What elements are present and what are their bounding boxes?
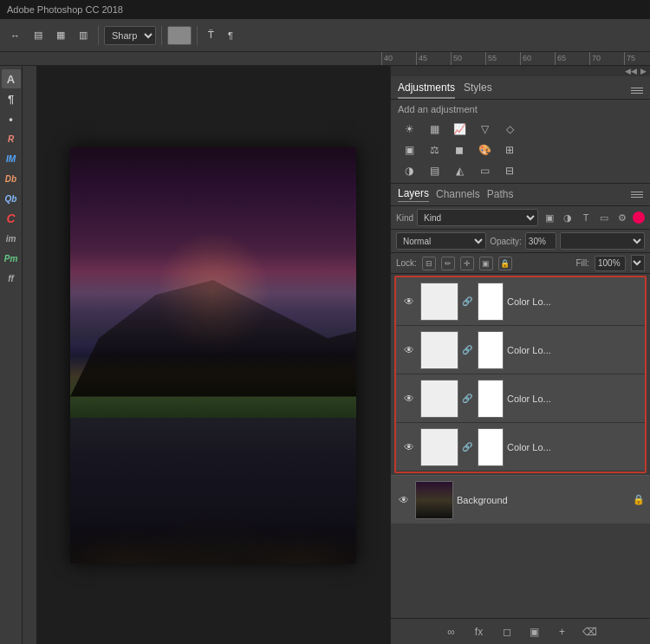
filter-smart-btn[interactable]: ⚙ <box>614 210 630 225</box>
move-tool-btn[interactable]: ↔ <box>5 28 25 43</box>
tool-pm[interactable]: Pm <box>2 249 21 268</box>
panel-collapse-left[interactable]: ◀◀ <box>625 67 637 75</box>
layer-2-chain[interactable]: 🔗 <box>462 345 472 355</box>
new-layer-btn[interactable]: + <box>553 622 572 641</box>
panel-bottom: ∞ fx ◻ ▣ + ⌫ <box>391 618 650 644</box>
opacity-input[interactable] <box>525 232 556 250</box>
tool-c[interactable]: C <box>2 209 21 228</box>
adj-selectivecolor-btn[interactable]: ⊟ <box>498 161 521 180</box>
layer-3-chain[interactable]: 🔗 <box>462 394 472 403</box>
align-icon-btn[interactable]: ▤ <box>29 27 48 43</box>
lock-transparent-btn[interactable]: ⊟ <box>422 257 436 270</box>
adj-photofilter-btn[interactable]: 🎨 <box>473 140 496 159</box>
layer-1-chain[interactable]: 🔗 <box>462 296 472 306</box>
create-group-btn[interactable]: ▣ <box>525 622 544 641</box>
layers-filter-row: Kind Kind ▣ ◑ T ▭ ⚙ <box>391 206 650 230</box>
vertical-ruler <box>23 66 36 644</box>
adj-bw-btn[interactable]: ◼ <box>448 140 471 159</box>
opacity-dropdown[interactable] <box>560 232 645 250</box>
layer-item-2[interactable]: 👁 🔗 Color Lo... <box>396 326 645 374</box>
kind-select[interactable]: Kind <box>417 209 538 226</box>
layer-item-3[interactable]: 👁 🔗 Color Lo... <box>396 374 645 423</box>
toolbar-divider-1 <box>98 26 99 45</box>
filter-type-btn[interactable]: T <box>578 210 594 225</box>
adj-levels-btn[interactable]: ▦ <box>423 120 445 139</box>
add-mask-btn[interactable]: ◻ <box>497 622 517 641</box>
layer-2-visibility[interactable]: 👁 <box>401 342 417 358</box>
align-center-icon: ▦ <box>56 29 65 41</box>
adj-brightness-btn[interactable]: ☀ <box>398 120 420 139</box>
adj-hsl-btn[interactable]: ▣ <box>398 140 420 159</box>
lock-label: Lock: <box>396 258 417 268</box>
ruler-ticks: 40 45 50 55 60 65 70 75 80 <box>381 52 650 65</box>
filter-toggle[interactable] <box>633 211 645 224</box>
filter-adj-btn[interactable]: ◑ <box>560 210 575 225</box>
layers-menu-btn[interactable] <box>631 192 643 198</box>
lock-artboard-btn[interactable]: ▣ <box>479 257 493 270</box>
adj-channel-mixer-btn[interactable]: ⊞ <box>498 140 521 159</box>
lock-move-btn[interactable]: ✛ <box>460 257 474 270</box>
layer-item-4[interactable]: 👁 🔗 Color Lo... <box>396 423 645 472</box>
app-title: Adobe Photoshop CC 2018 <box>7 4 123 15</box>
tool-r-pro[interactable]: R <box>2 129 21 148</box>
delete-layer-btn[interactable]: ⌫ <box>581 622 600 641</box>
adj-gradient-btn[interactable]: ▭ <box>473 161 496 180</box>
blend-mode-select[interactable]: Normal <box>396 232 486 250</box>
add-style-btn[interactable]: fx <box>470 622 489 641</box>
tool-paragraph[interactable]: ¶ <box>2 89 21 108</box>
adj-exposure-btn[interactable]: ▽ <box>473 120 496 139</box>
tab-channels[interactable]: Channels <box>436 188 480 202</box>
lock-paint-btn[interactable]: ✏ <box>441 257 455 270</box>
menu-line-3 <box>631 197 643 198</box>
ruler-tick-55: 55 <box>485 52 520 65</box>
bg-visibility[interactable]: 👁 <box>396 492 412 508</box>
horizontal-ruler: 40 45 50 55 60 65 70 75 80 <box>0 52 650 66</box>
align-right-btn[interactable]: ▥ <box>74 27 93 43</box>
tab-styles[interactable]: Styles <box>464 81 492 99</box>
layers-list: 👁 🔗 Color Lo... 👁 🔗 Color Lo... <box>391 274 650 618</box>
filter-shape-btn[interactable]: ▭ <box>596 210 612 225</box>
menu-line-2 <box>631 194 643 195</box>
interpolation-select[interactable]: Sharp <box>104 26 156 45</box>
layer-4-chain[interactable]: 🔗 <box>462 442 472 452</box>
tool-move[interactable]: A <box>2 69 21 88</box>
layer-1-visibility[interactable]: 👁 <box>401 294 417 309</box>
tool-im2[interactable]: im <box>2 229 21 248</box>
filter-pixel-btn[interactable]: ▣ <box>542 210 557 225</box>
tool-db[interactable]: Db <box>2 169 21 188</box>
fill-input[interactable] <box>595 256 626 271</box>
adj-posterize-btn[interactable]: ▤ <box>423 161 445 180</box>
tab-layers[interactable]: Layers <box>398 187 429 202</box>
tab-paths[interactable]: Paths <box>487 188 514 202</box>
link-layers-btn[interactable]: ∞ <box>442 622 461 641</box>
adj-colorbalance-btn[interactable]: ⚖ <box>423 140 445 159</box>
adj-row-2: ▣ ⚖ ◼ 🎨 ⊞ <box>398 140 643 159</box>
mask-icon: ◻ <box>503 626 511 638</box>
adj-vibrance-btn[interactable]: ◇ <box>498 120 521 139</box>
lock-all-btn[interactable]: 🔒 <box>498 257 512 270</box>
layers-panel: Layers Channels Paths Kind Kind <box>391 184 650 644</box>
adjustments-panel: Adjustments Styles Add an adjustment ☀ ▦… <box>391 76 650 184</box>
tool-im[interactable]: IM <box>2 149 21 168</box>
char-icon: T̈ <box>208 29 214 41</box>
tool-qb[interactable]: Qb <box>2 189 21 208</box>
background-layer[interactable]: 👁 Background 🔒 <box>391 475 650 524</box>
layer-4-visibility[interactable]: 👁 <box>401 439 417 455</box>
color-swatch[interactable] <box>167 26 192 45</box>
panel-collapse-right[interactable]: ▶ <box>640 67 647 75</box>
char-style-btn[interactable]: T̈ <box>203 27 219 43</box>
toolbar-divider-3 <box>197 26 198 45</box>
layer-1-thumb <box>420 283 458 321</box>
panel-menu-btn[interactable] <box>631 88 643 94</box>
adj-invert-btn[interactable]: ◑ <box>398 161 420 180</box>
tool-circle[interactable]: • <box>2 109 21 128</box>
tool-ff[interactable]: ff <box>2 269 21 288</box>
adj-curves-btn[interactable]: 📈 <box>448 120 471 139</box>
tab-adjustments[interactable]: Adjustments <box>398 81 455 99</box>
layer-3-visibility[interactable]: 👁 <box>401 391 417 407</box>
layer-item-1[interactable]: 👁 🔗 Color Lo... <box>396 277 645 326</box>
adj-threshold-btn[interactable]: ◭ <box>448 161 471 180</box>
para-style-btn[interactable]: ¶ <box>223 28 238 43</box>
align-center-btn[interactable]: ▦ <box>51 27 70 43</box>
fill-dropdown[interactable] <box>631 255 645 271</box>
